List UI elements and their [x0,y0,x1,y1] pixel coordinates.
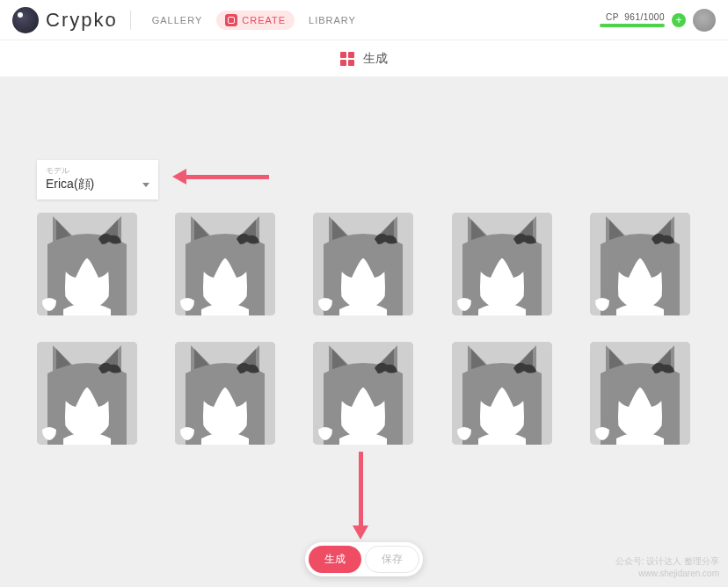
svg-point-26 [521,366,527,372]
page-title: 生成 [363,51,388,67]
result-card[interactable] [175,342,275,445]
svg-point-14 [659,236,665,243]
result-card[interactable] [175,213,275,315]
brand[interactable]: Crypko [12,7,118,33]
generate-button[interactable]: 生成 [309,546,361,573]
action-button-group: 生成 保存 [305,542,423,576]
brand-text: Crypko [46,9,118,32]
chevron-down-icon [142,183,149,187]
nav-create[interactable]: CREATE [216,11,295,30]
nav-create-label: CREATE [242,15,286,25]
cp-text: CP 961/1000 [606,12,665,22]
annotation-arrow-to-generate [356,452,365,540]
result-card[interactable] [37,342,137,445]
svg-point-29 [659,366,665,372]
add-cp-button[interactable]: + [672,13,686,27]
app-header: Crypko GALLERY CREATE LIBRARY CP 961/100… [0,0,728,40]
result-card[interactable] [590,342,690,445]
svg-point-23 [382,366,389,372]
model-select-label: モデル [46,165,149,177]
svg-point-2 [106,236,113,243]
page-subheader: 生成 [0,40,728,77]
cp-progress-bar [600,24,665,27]
header-right: CP 961/1000 + [600,9,716,32]
model-select[interactable]: モデル Erica(顔) [37,160,158,199]
divider [130,11,131,30]
nav-library[interactable]: LIBRARY [300,11,365,29]
svg-point-20 [244,366,251,372]
annotation-arrow-to-model [172,172,269,181]
grid-icon [340,52,354,66]
main-area: モデル Erica(顔) [0,77,728,587]
result-card[interactable] [452,213,552,315]
svg-point-8 [382,236,389,243]
model-select-value: Erica(顔) [46,177,94,192]
result-grid [37,213,691,445]
result-card[interactable] [452,342,552,445]
result-card[interactable] [37,213,137,315]
nav-gallery[interactable]: GALLERY [143,11,212,29]
result-card[interactable] [313,342,413,445]
user-avatar[interactable] [693,9,716,32]
brand-avatar-icon [12,7,39,33]
result-card[interactable] [313,213,413,315]
watermark: 公众号: 设计达人 整理分享 www.shejidaren.com [615,555,719,580]
cp-meter: CP 961/1000 [600,12,665,27]
svg-point-17 [106,366,113,372]
save-button[interactable]: 保存 [365,546,419,573]
main-nav: GALLERY CREATE LIBRARY [143,11,365,30]
create-icon [225,14,237,26]
svg-point-11 [521,236,527,243]
svg-point-5 [244,236,251,243]
result-card[interactable] [590,213,690,315]
